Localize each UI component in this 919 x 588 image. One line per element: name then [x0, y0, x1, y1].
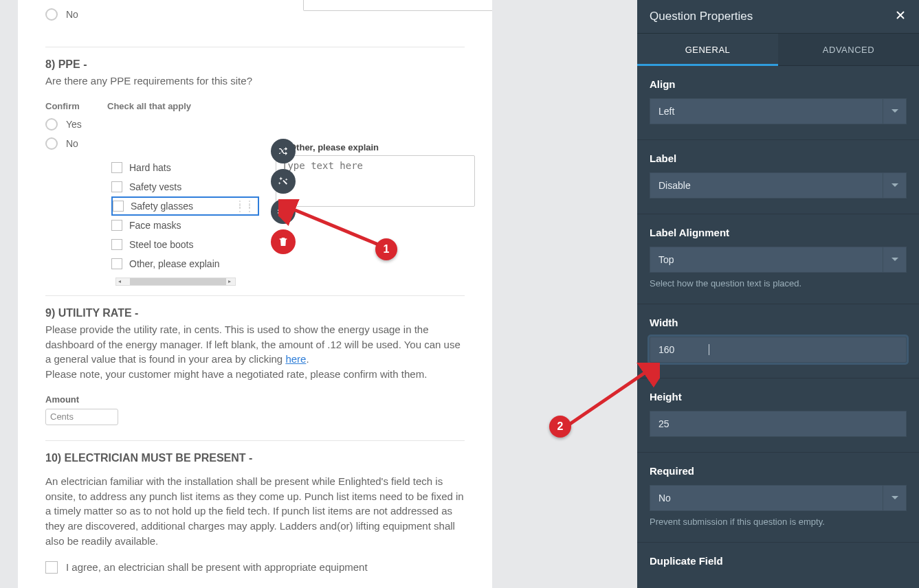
tab-advanced[interactable]: ADVANCED — [778, 34, 919, 65]
duplicate-label: Duplicate Field — [650, 555, 907, 567]
checkbox-icon — [111, 258, 122, 269]
amount-label: Amount — [45, 394, 465, 405]
q10-title: 10) ELECTRICIAN MUST BE PRESENT - — [45, 452, 465, 464]
horizontal-scrollbar[interactable]: ◂ ▸ — [115, 278, 236, 286]
check-safety-vests[interactable]: Safety vests — [111, 177, 259, 196]
check-safety-glasses-selected[interactable]: Safety glasses ⋮⋮⋮⋮ — [111, 196, 259, 216]
q8-title: 8) PPE - — [45, 58, 465, 71]
tab-general[interactable]: GENERAL — [637, 34, 778, 65]
shuffle-icon — [278, 146, 289, 157]
checkbox-icon — [111, 220, 122, 231]
wand-button[interactable] — [271, 169, 296, 194]
width-input[interactable]: 160 — [650, 337, 907, 363]
check-all-heading: Check all that apply — [107, 101, 259, 111]
scroll-left-icon[interactable]: ◂ — [116, 278, 123, 284]
q9-desc-text: Please provide the utility rate, in cent… — [45, 324, 461, 365]
prev-question-no-option[interactable]: No — [45, 8, 78, 21]
panel-title: Question Properties — [650, 10, 753, 23]
align-label: Align — [650, 78, 907, 90]
bubble-number: 2 — [557, 420, 564, 433]
chevron-down-icon — [883, 173, 906, 198]
required-value: No — [650, 486, 883, 510]
align-value: Left — [650, 99, 883, 124]
check-label: Safety glasses — [131, 201, 193, 212]
divider — [45, 47, 465, 47]
close-button[interactable] — [894, 8, 907, 25]
label-value: Disable — [650, 173, 883, 198]
label-alignment-help: Select how the question text is placed. — [650, 278, 907, 289]
confirm-yes[interactable]: Yes — [45, 118, 107, 131]
amount-input[interactable] — [45, 409, 118, 425]
field-required: Required No Prevent submission if this q… — [637, 453, 919, 543]
drag-handle-icon[interactable]: ⋮⋮⋮⋮ — [236, 202, 255, 210]
label-alignment-value: Top — [650, 247, 883, 272]
field-align: Align Left — [637, 66, 919, 140]
height-label: Height — [650, 391, 907, 403]
scroll-thumb[interactable] — [130, 278, 226, 285]
label-label: Label — [650, 152, 907, 164]
height-input[interactable] — [650, 411, 907, 437]
confirm-no[interactable]: No — [45, 137, 107, 150]
required-help: Prevent submission if this question is e… — [650, 517, 907, 527]
check-label: Other, please explain — [129, 258, 220, 269]
check-label: Face masks — [129, 220, 181, 231]
check-hard-hats[interactable]: Hard hats — [111, 158, 259, 177]
check-steel-toe[interactable]: Steel toe boots — [111, 235, 259, 254]
svg-line-1 — [567, 370, 650, 426]
width-label: Width — [650, 317, 907, 328]
field-label-alignment: Label Alignment Top Select how the quest… — [637, 214, 919, 304]
text-cursor — [709, 344, 709, 355]
annotation-bubble-2: 2 — [549, 416, 571, 438]
agree-checkbox-row[interactable]: I agree, an electrician shall be present… — [45, 561, 465, 574]
check-label: Steel toe boots — [129, 239, 193, 250]
check-other[interactable]: Other, please explain — [111, 254, 259, 273]
label-select[interactable]: Disable — [650, 172, 907, 199]
checkbox-icon — [111, 162, 122, 173]
question-9: 9) UTILITY RATE - Please provide the uti… — [45, 307, 465, 425]
form-canvas: No 8) PPE - Are there any PPE requiremen… — [18, 0, 492, 588]
checkbox-icon — [45, 561, 58, 574]
bubble-number: 1 — [384, 243, 390, 256]
here-link[interactable]: here — [285, 353, 306, 365]
divider — [45, 295, 465, 296]
radio-label: No — [66, 9, 78, 20]
chevron-down-icon — [883, 99, 906, 124]
radio-icon — [45, 118, 58, 131]
align-select[interactable]: Left — [650, 98, 907, 124]
q9-title: 9) UTILITY RATE - — [45, 307, 465, 319]
field-width: Width 160 — [637, 304, 919, 378]
close-icon — [894, 9, 907, 21]
radio-icon — [45, 8, 58, 21]
field-height: Height — [637, 378, 919, 453]
other-explain-label: Other, please explain — [289, 142, 475, 152]
question-10: 10) ELECTRICIAN MUST BE PRESENT - An ele… — [45, 452, 465, 574]
radio-icon — [45, 137, 58, 150]
radio-label: No — [66, 138, 78, 149]
label-alignment-label: Label Alignment — [650, 227, 907, 238]
chevron-down-icon — [883, 247, 906, 272]
width-value: 160 — [658, 344, 674, 355]
shuffle-button[interactable] — [271, 139, 296, 163]
required-select[interactable]: No — [650, 485, 907, 511]
label-alignment-select[interactable]: Top — [650, 247, 907, 273]
field-duplicate: Duplicate Field — [637, 543, 919, 588]
field-label-toggle: Label Disable — [637, 140, 919, 214]
checkbox-icon — [111, 181, 122, 192]
svg-line-0 — [289, 207, 385, 247]
q8-desc: Are there any PPE requirements for this … — [45, 74, 465, 89]
q9-desc-text2: . — [306, 353, 309, 365]
chevron-down-icon — [883, 486, 906, 510]
q9-desc-text3: Please note, your customer might have a … — [45, 368, 427, 380]
annotation-arrow-2 — [564, 363, 660, 431]
annotation-bubble-1: 1 — [375, 238, 397, 260]
agree-label: I agree, an electrician shall be present… — [66, 561, 368, 573]
required-label: Required — [650, 465, 907, 477]
q10-desc: An electrician familiar with the install… — [45, 474, 465, 549]
checkbox-icon — [111, 239, 122, 250]
prev-textarea-tail[interactable] — [303, 0, 492, 11]
checkbox-icon — [113, 201, 124, 212]
scroll-right-icon[interactable]: ▸ — [226, 278, 233, 284]
check-face-masks[interactable]: Face masks — [111, 216, 259, 235]
check-label: Safety vests — [129, 181, 181, 192]
wand-icon — [278, 176, 289, 187]
